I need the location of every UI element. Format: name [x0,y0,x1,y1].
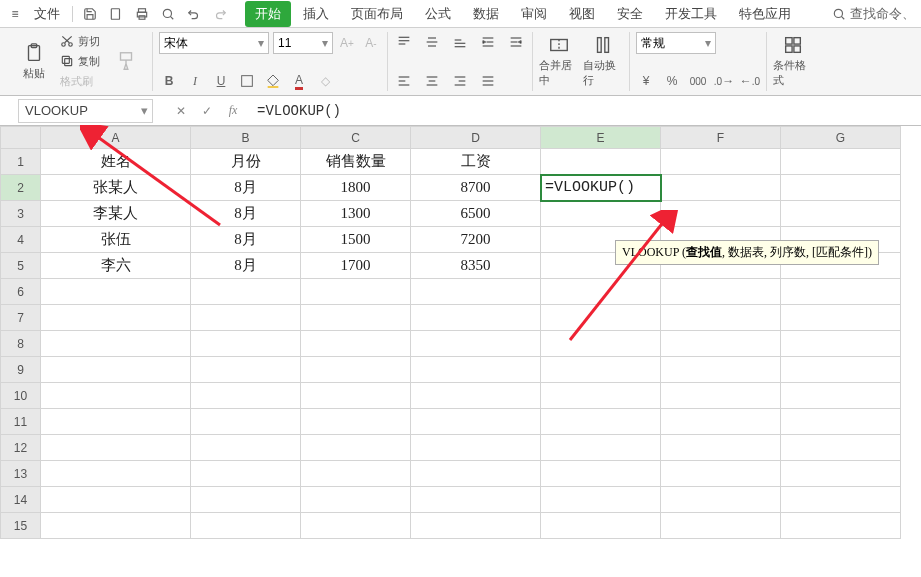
cell[interactable] [541,149,661,175]
indent-right-icon[interactable] [506,32,526,52]
cell[interactable] [781,461,901,487]
decrease-font-icon[interactable]: A- [361,33,381,53]
cell[interactable]: 1700 [301,253,411,279]
cell[interactable] [411,487,541,513]
row-header[interactable]: 5 [1,253,41,279]
font-name-select[interactable]: 宋体▾ [159,32,269,54]
cell[interactable] [781,149,901,175]
cell[interactable] [661,409,781,435]
cell[interactable] [301,513,411,539]
row-header[interactable]: 6 [1,279,41,305]
row-header[interactable]: 14 [1,487,41,513]
cell[interactable] [541,461,661,487]
col-header-B[interactable]: B [191,127,301,149]
cell[interactable] [411,461,541,487]
cell[interactable] [41,383,191,409]
cell[interactable] [411,383,541,409]
cell[interactable] [541,487,661,513]
format-painter-button[interactable]: 格式刷 [58,72,102,90]
align-top-icon[interactable] [394,32,414,52]
row-header[interactable]: 9 [1,357,41,383]
cell[interactable] [41,331,191,357]
cell[interactable] [41,357,191,383]
cell[interactable]: 李某人 [41,201,191,227]
cell[interactable] [541,201,661,227]
cell[interactable] [411,305,541,331]
cell[interactable] [781,331,901,357]
cell[interactable] [781,175,901,201]
undo-icon[interactable] [183,3,205,25]
tab-review[interactable]: 审阅 [511,1,557,27]
cell[interactable]: 月份 [191,149,301,175]
row-header[interactable]: 1 [1,149,41,175]
justify-icon[interactable] [478,71,498,91]
cancel-icon[interactable]: ✕ [173,104,189,118]
cell[interactable] [661,383,781,409]
cell[interactable] [541,513,661,539]
increase-font-icon[interactable]: A+ [337,33,357,53]
merge-center-button[interactable]: 合并居中 [539,32,579,90]
cell[interactable] [191,461,301,487]
cell[interactable] [41,279,191,305]
cell[interactable] [41,305,191,331]
cell[interactable]: 8700 [411,175,541,201]
percent-icon[interactable]: % [662,71,682,91]
cell[interactable]: 7200 [411,227,541,253]
cell[interactable] [411,513,541,539]
cell[interactable]: 李六 [41,253,191,279]
col-header-D[interactable]: D [411,127,541,149]
name-box[interactable]: VLOOKUP ▾ [18,99,153,123]
cell[interactable]: 8月 [191,201,301,227]
cell[interactable] [541,357,661,383]
cell[interactable] [661,487,781,513]
cell[interactable] [661,305,781,331]
file-menu[interactable]: 文件 [28,5,66,23]
tab-view[interactable]: 视图 [559,1,605,27]
cell[interactable] [301,357,411,383]
save-icon[interactable] [79,3,101,25]
row-header[interactable]: 11 [1,409,41,435]
cell[interactable] [411,435,541,461]
copy-button[interactable]: 复制 [58,52,102,70]
cell[interactable] [191,305,301,331]
select-all-corner[interactable] [1,127,41,149]
cell[interactable] [301,461,411,487]
print-icon[interactable] [131,3,153,25]
font-size-select[interactable]: 11▾ [273,32,333,54]
cell[interactable] [661,175,781,201]
tab-page-layout[interactable]: 页面布局 [341,1,413,27]
bold-icon[interactable]: B [159,71,179,91]
col-header-G[interactable]: G [781,127,901,149]
row-header[interactable]: 3 [1,201,41,227]
tab-start[interactable]: 开始 [245,1,291,27]
row-header[interactable]: 10 [1,383,41,409]
tab-security[interactable]: 安全 [607,1,653,27]
cell[interactable] [541,279,661,305]
cell[interactable] [411,331,541,357]
underline-icon[interactable]: U [211,71,231,91]
cell[interactable] [301,305,411,331]
cell[interactable]: 1300 [301,201,411,227]
cell[interactable] [411,409,541,435]
cell[interactable] [191,435,301,461]
align-center-icon[interactable] [422,71,442,91]
align-bottom-icon[interactable] [450,32,470,52]
cell[interactable]: 6500 [411,201,541,227]
cell[interactable] [541,409,661,435]
clear-format-icon[interactable]: ◇ [315,71,335,91]
row-header[interactable]: 2 [1,175,41,201]
cell[interactable]: 姓名 [41,149,191,175]
cell[interactable]: 8350 [411,253,541,279]
row-header[interactable]: 7 [1,305,41,331]
cell[interactable] [541,331,661,357]
cell[interactable] [301,435,411,461]
cell[interactable] [661,201,781,227]
cell[interactable] [541,305,661,331]
cell[interactable] [661,279,781,305]
border-icon[interactable] [237,71,257,91]
cell[interactable] [781,201,901,227]
cell[interactable] [661,149,781,175]
cell[interactable] [301,487,411,513]
cell[interactable] [301,331,411,357]
cell[interactable] [781,513,901,539]
